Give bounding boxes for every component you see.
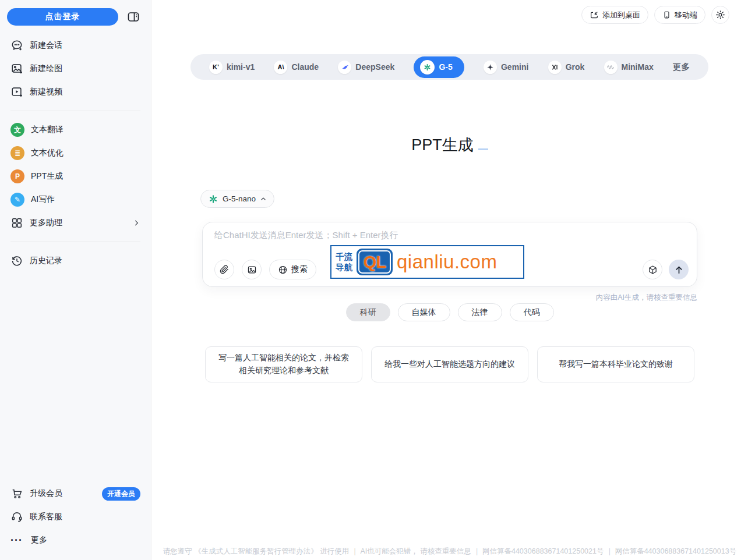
sidebar-item-label: 升级会员	[30, 488, 96, 499]
more-icon: ···	[10, 534, 24, 547]
category-pills: 科研 自媒体 法律 代码	[151, 303, 748, 321]
tab-label: Claude	[291, 62, 319, 72]
sidebar-item-label: 新建绘图	[30, 63, 140, 74]
claude-icon: A\	[274, 61, 287, 74]
tab-label: G-5	[439, 62, 452, 72]
model-chip-label: G-5-nano	[223, 194, 256, 203]
sidebar-item-label: 文本优化	[31, 148, 140, 158]
tab-gemini[interactable]: Gemini	[484, 61, 528, 74]
sidebar-bottom: 升级会员 开通会员 联系客服 ··· 更多	[0, 482, 151, 552]
grid-icon	[10, 217, 23, 229]
tab-deepseek[interactable]: DeepSeek	[338, 61, 394, 74]
category-code[interactable]: 代码	[510, 303, 554, 321]
typing-cursor	[478, 148, 488, 150]
gemini-icon	[484, 61, 497, 74]
sidebar-item-more-assistants[interactable]: 更多助理	[6, 211, 145, 235]
new-image-icon	[10, 62, 23, 75]
tab-label: kimi-v1	[227, 62, 255, 72]
theme-icon	[715, 10, 725, 20]
sidebar-item-new-video[interactable]: 新建视频	[6, 80, 145, 104]
watermark: 千流导航 QL qianliu.com	[330, 245, 524, 279]
input-toolbar-right	[643, 260, 689, 279]
category-law[interactable]: 法律	[458, 303, 502, 321]
sidebar-item-label: 历史记录	[30, 256, 140, 266]
category-research[interactable]: 科研	[346, 303, 390, 321]
new-chat-icon	[10, 39, 23, 52]
tab-grok[interactable]: Grok	[548, 61, 585, 74]
tab-claude[interactable]: A\ Claude	[274, 61, 319, 74]
image-icon	[247, 265, 257, 275]
tab-label: MiniMax	[622, 62, 654, 72]
sidebar-item-label: 更多	[31, 535, 140, 545]
sidebar-item-label: 更多助理	[30, 218, 126, 228]
tab-minimax[interactable]: MiniMax	[604, 61, 654, 74]
mobile-button[interactable]: 移动端	[654, 6, 705, 24]
sidebar-divider	[10, 111, 140, 111]
tab-g5[interactable]: G-5	[414, 56, 464, 78]
send-button[interactable]	[669, 260, 689, 279]
chevron-right-icon	[132, 219, 140, 227]
cube-icon	[648, 265, 658, 275]
login-button[interactable]: 点击登录	[7, 8, 118, 26]
cart-icon	[10, 487, 23, 500]
sidebar-nav-tools: 文 文本翻译 ≣ 文本优化 P PPT生成 ✎ AI写作 更多助理	[0, 116, 151, 237]
tab-more-models[interactable]: 更多	[673, 62, 690, 73]
tab-label: Gemini	[501, 62, 528, 72]
sidebar-item-optimize[interactable]: ≣ 文本优化	[6, 141, 145, 165]
paperclip-icon	[220, 265, 229, 274]
member-badge[interactable]: 开通会员	[102, 487, 140, 501]
sidebar-nav-create: 新建会话 新建绘图 新建视频	[0, 31, 151, 106]
suggestion-card[interactable]: 写一篇人工智能相关的论文，并检索相关研究理论和参考文献	[205, 346, 362, 382]
tab-label: Grok	[566, 62, 585, 72]
add-to-desktop-button[interactable]: 添加到桌面	[581, 6, 648, 24]
sidebar-item-label: 新建视频	[30, 87, 140, 97]
suggestion-cards: 写一篇人工智能相关的论文，并检索相关研究理论和参考文献 给我一些对人工智能选题方…	[205, 346, 694, 382]
sidebar-item-history[interactable]: 历史记录	[6, 249, 145, 272]
prompt-input-box: 千流导航 QL qianliu.com 搜索	[202, 222, 697, 287]
tab-kimi[interactable]: K’ kimi-v1	[209, 61, 255, 74]
sidebar-item-new-image[interactable]: 新建绘图	[6, 57, 145, 80]
sidebar-item-label: 文本翻译	[31, 125, 140, 135]
add-desktop-icon	[590, 10, 599, 20]
sidebar-nav-history: 历史记录	[0, 247, 151, 275]
headset-icon	[10, 511, 23, 523]
sidebar-item-support[interactable]: 联系客服	[6, 505, 145, 529]
topbar: 添加到桌面 移动端	[581, 6, 729, 24]
sidebar-item-ai-writing[interactable]: ✎ AI写作	[6, 188, 145, 211]
sidebar-item-label: AI写作	[31, 194, 140, 205]
sidebar-item-upgrade[interactable]: 升级会员 开通会员	[6, 482, 145, 505]
sidebar-item-translate[interactable]: 文 文本翻译	[6, 118, 145, 141]
sidebar-item-more[interactable]: ··· 更多	[6, 529, 145, 552]
deepseek-icon	[338, 61, 351, 74]
sidebar-item-label: 联系客服	[30, 512, 140, 522]
theme-toggle-button[interactable]	[711, 6, 729, 24]
sidebar-item-ppt[interactable]: P PPT生成	[6, 165, 145, 188]
model-selector-chip[interactable]: G-5-nano	[200, 190, 274, 208]
sidebar-item-new-chat[interactable]: 新建会话	[6, 34, 145, 57]
image-upload-button[interactable]	[242, 260, 262, 279]
optimize-icon: ≣	[10, 146, 24, 160]
plugin-cube-button[interactable]	[643, 260, 662, 279]
suggestion-card[interactable]: 帮我写一篇本科毕业论文的致谢	[537, 346, 694, 382]
tab-label: DeepSeek	[355, 62, 394, 72]
suggestion-card[interactable]: 给我一些对人工智能选题方向的建议	[371, 346, 528, 382]
grok-icon	[548, 61, 562, 74]
mobile-icon	[662, 10, 671, 19]
prompt-input[interactable]	[214, 230, 587, 245]
sidebar-item-label: PPT生成	[31, 171, 140, 182]
globe-icon	[278, 265, 288, 275]
attach-button[interactable]	[214, 260, 234, 279]
input-toolbar-left: 搜索	[214, 260, 316, 279]
tab-label: 更多	[673, 62, 690, 73]
web-search-button[interactable]: 搜索	[269, 260, 316, 279]
ai-generated-notice: 内容由AI生成，请核查重要信息	[596, 293, 697, 303]
main-area: 添加到桌面 移动端 K’ kimi-v1 A\ Claude DeepSee	[151, 0, 748, 560]
page-title: PPT生成	[151, 134, 748, 155]
add-to-desktop-label: 添加到桌面	[602, 10, 640, 20]
openai-icon	[420, 60, 435, 75]
category-media[interactable]: 自媒体	[398, 303, 450, 321]
panel-toggle-icon[interactable]	[126, 10, 140, 24]
history-icon	[10, 254, 23, 267]
new-video-icon	[10, 86, 23, 98]
send-icon	[674, 265, 684, 275]
